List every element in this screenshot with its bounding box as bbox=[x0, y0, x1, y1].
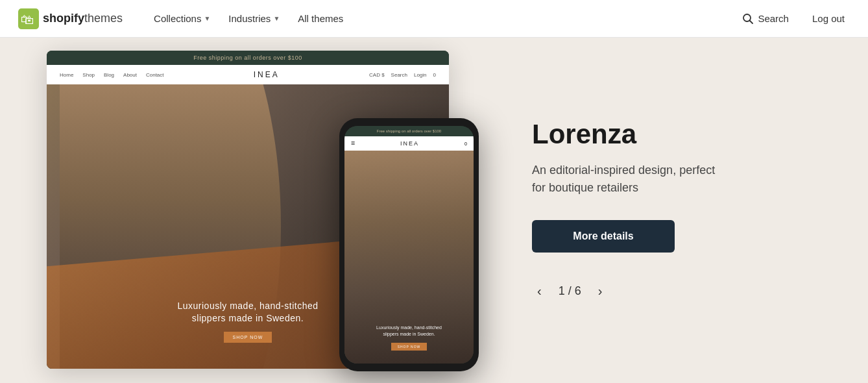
phone-shop-now-button[interactable]: SHOP NOW bbox=[391, 343, 428, 351]
pagination-next-button[interactable]: › bbox=[593, 281, 608, 301]
collections-nav-link[interactable]: Collections ▼ bbox=[146, 9, 218, 28]
nav-right: Search Log out bbox=[737, 9, 850, 29]
phone-hero-image: Luxuriously made, hand-stitched slippers… bbox=[344, 151, 474, 364]
site-nav-right: CAD $ Search Login 0 bbox=[369, 72, 436, 78]
phone-hero-text: Luxuriously made, hand-stitched slippers… bbox=[376, 325, 442, 351]
hero-section: Free shipping on all orders over $100 Ho… bbox=[0, 38, 868, 383]
logout-button[interactable]: Log out bbox=[807, 9, 850, 28]
pagination: ‹ 1 / 6 › bbox=[532, 281, 829, 301]
phone-mockup: Free shipping on all orders over $100 ☰ … bbox=[339, 118, 479, 371]
site-logo: INEA bbox=[254, 70, 280, 79]
phone-nav: ☰ INEA 0 bbox=[344, 136, 474, 151]
chevron-down-icon: ▼ bbox=[273, 15, 280, 22]
site-hero-text: Luxuriously made, hand-stitched slippers… bbox=[177, 300, 318, 343]
site-nav-links: Home Shop Blog About Contact bbox=[60, 72, 164, 78]
pagination-prev-button[interactable]: ‹ bbox=[532, 281, 547, 301]
nav-links: Collections ▼ Industries ▼ All themes bbox=[146, 9, 737, 28]
phone-logo: INEA bbox=[400, 140, 419, 147]
shopify-logo-icon: 🛍 bbox=[18, 8, 39, 29]
svg-text:🛍: 🛍 bbox=[21, 12, 34, 27]
info-panel: Lorenza An editorial-inspired design, pe… bbox=[493, 93, 868, 327]
more-details-button[interactable]: More details bbox=[532, 220, 675, 253]
hamburger-icon: ☰ bbox=[351, 141, 355, 146]
logo-area[interactable]: 🛍 shopifythemes bbox=[18, 8, 123, 29]
search-button[interactable]: Search bbox=[737, 9, 794, 29]
cart-icon: 0 bbox=[464, 142, 467, 146]
site-shop-now-button[interactable]: SHOP NOW bbox=[224, 332, 272, 343]
pagination-text: 1 / 6 bbox=[559, 284, 581, 298]
phone-topbar: Free shipping on all orders over $100 bbox=[344, 126, 474, 136]
navbar: 🛍 shopifythemes Collections ▼ Industries… bbox=[0, 0, 868, 38]
logo-text: shopifythemes bbox=[43, 12, 123, 25]
theme-name: Lorenza bbox=[532, 119, 829, 149]
chevron-down-icon: ▼ bbox=[204, 15, 210, 22]
all-themes-nav-link[interactable]: All themes bbox=[290, 9, 351, 28]
screens-area: Free shipping on all orders over $100 Ho… bbox=[0, 38, 493, 383]
site-topbar: Free shipping on all orders over $100 bbox=[47, 51, 449, 65]
search-icon bbox=[742, 13, 754, 25]
theme-description: An editorial-inspired design, perfect fo… bbox=[532, 162, 727, 197]
phone-inner: Free shipping on all orders over $100 ☰ … bbox=[344, 126, 474, 364]
industries-nav-link[interactable]: Industries ▼ bbox=[221, 9, 287, 28]
site-nav: Home Shop Blog About Contact INEA CAD $ … bbox=[47, 65, 449, 84]
svg-line-3 bbox=[750, 20, 753, 23]
